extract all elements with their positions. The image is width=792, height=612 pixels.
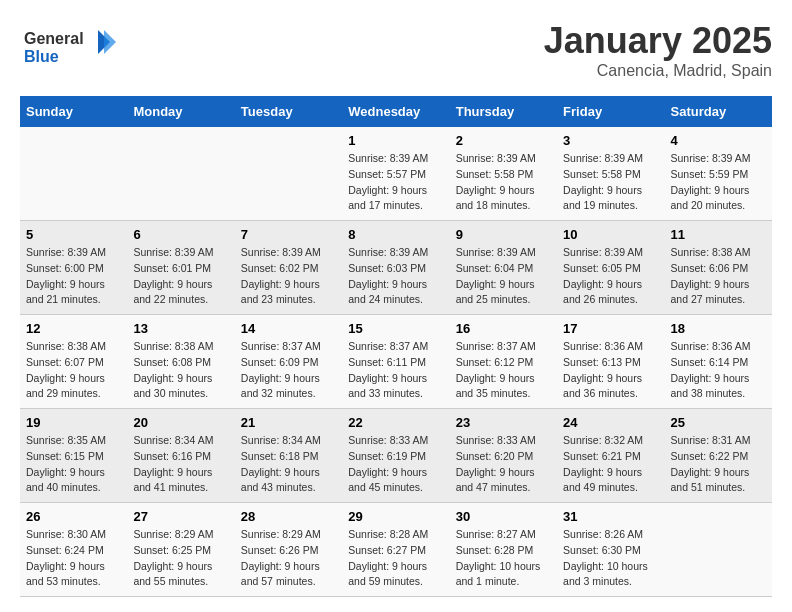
calendar-table: SundayMondayTuesdayWednesdayThursdayFrid… [20, 96, 772, 597]
day-detail: Sunrise: 8:36 AM Sunset: 6:13 PM Dayligh… [563, 339, 658, 402]
calendar-cell: 9Sunrise: 8:39 AM Sunset: 6:04 PM Daylig… [450, 221, 557, 315]
calendar-cell: 15Sunrise: 8:37 AM Sunset: 6:11 PM Dayli… [342, 315, 449, 409]
day-number: 10 [563, 227, 658, 242]
calendar-cell: 12Sunrise: 8:38 AM Sunset: 6:07 PM Dayli… [20, 315, 127, 409]
calendar-cell [127, 127, 234, 221]
calendar-cell: 19Sunrise: 8:35 AM Sunset: 6:15 PM Dayli… [20, 409, 127, 503]
svg-text:General: General [24, 30, 84, 47]
day-detail: Sunrise: 8:33 AM Sunset: 6:20 PM Dayligh… [456, 433, 551, 496]
weekday-header-monday: Monday [127, 96, 234, 127]
location-title: Canencia, Madrid, Spain [544, 62, 772, 80]
day-number: 31 [563, 509, 658, 524]
day-detail: Sunrise: 8:34 AM Sunset: 6:16 PM Dayligh… [133, 433, 228, 496]
day-detail: Sunrise: 8:39 AM Sunset: 5:58 PM Dayligh… [563, 151, 658, 214]
calendar-cell: 7Sunrise: 8:39 AM Sunset: 6:02 PM Daylig… [235, 221, 342, 315]
weekday-header-sunday: Sunday [20, 96, 127, 127]
day-detail: Sunrise: 8:39 AM Sunset: 6:01 PM Dayligh… [133, 245, 228, 308]
calendar-cell: 29Sunrise: 8:28 AM Sunset: 6:27 PM Dayli… [342, 503, 449, 597]
calendar-cell: 3Sunrise: 8:39 AM Sunset: 5:58 PM Daylig… [557, 127, 664, 221]
calendar-title-area: January 2025 Canencia, Madrid, Spain [544, 20, 772, 80]
calendar-cell: 22Sunrise: 8:33 AM Sunset: 6:19 PM Dayli… [342, 409, 449, 503]
day-detail: Sunrise: 8:30 AM Sunset: 6:24 PM Dayligh… [26, 527, 121, 590]
calendar-week-row: 19Sunrise: 8:35 AM Sunset: 6:15 PM Dayli… [20, 409, 772, 503]
calendar-cell: 23Sunrise: 8:33 AM Sunset: 6:20 PM Dayli… [450, 409, 557, 503]
day-detail: Sunrise: 8:26 AM Sunset: 6:30 PM Dayligh… [563, 527, 658, 590]
day-detail: Sunrise: 8:32 AM Sunset: 6:21 PM Dayligh… [563, 433, 658, 496]
day-detail: Sunrise: 8:39 AM Sunset: 6:05 PM Dayligh… [563, 245, 658, 308]
day-number: 20 [133, 415, 228, 430]
day-detail: Sunrise: 8:39 AM Sunset: 6:02 PM Dayligh… [241, 245, 336, 308]
weekday-header-friday: Friday [557, 96, 664, 127]
weekday-header-tuesday: Tuesday [235, 96, 342, 127]
day-detail: Sunrise: 8:39 AM Sunset: 6:03 PM Dayligh… [348, 245, 443, 308]
calendar-cell: 2Sunrise: 8:39 AM Sunset: 5:58 PM Daylig… [450, 127, 557, 221]
day-detail: Sunrise: 8:27 AM Sunset: 6:28 PM Dayligh… [456, 527, 551, 590]
month-title: January 2025 [544, 20, 772, 62]
calendar-cell: 25Sunrise: 8:31 AM Sunset: 6:22 PM Dayli… [665, 409, 772, 503]
day-number: 6 [133, 227, 228, 242]
day-number: 13 [133, 321, 228, 336]
day-number: 17 [563, 321, 658, 336]
day-number: 16 [456, 321, 551, 336]
calendar-cell: 24Sunrise: 8:32 AM Sunset: 6:21 PM Dayli… [557, 409, 664, 503]
calendar-week-row: 1Sunrise: 8:39 AM Sunset: 5:57 PM Daylig… [20, 127, 772, 221]
day-number: 21 [241, 415, 336, 430]
day-number: 14 [241, 321, 336, 336]
day-detail: Sunrise: 8:38 AM Sunset: 6:07 PM Dayligh… [26, 339, 121, 402]
day-number: 30 [456, 509, 551, 524]
day-number: 23 [456, 415, 551, 430]
day-detail: Sunrise: 8:38 AM Sunset: 6:08 PM Dayligh… [133, 339, 228, 402]
day-detail: Sunrise: 8:29 AM Sunset: 6:26 PM Dayligh… [241, 527, 336, 590]
day-number: 18 [671, 321, 766, 336]
calendar-cell: 28Sunrise: 8:29 AM Sunset: 6:26 PM Dayli… [235, 503, 342, 597]
day-number: 7 [241, 227, 336, 242]
calendar-cell [20, 127, 127, 221]
calendar-cell: 20Sunrise: 8:34 AM Sunset: 6:16 PM Dayli… [127, 409, 234, 503]
calendar-cell: 31Sunrise: 8:26 AM Sunset: 6:30 PM Dayli… [557, 503, 664, 597]
calendar-cell: 18Sunrise: 8:36 AM Sunset: 6:14 PM Dayli… [665, 315, 772, 409]
calendar-cell: 27Sunrise: 8:29 AM Sunset: 6:25 PM Dayli… [127, 503, 234, 597]
calendar-cell: 21Sunrise: 8:34 AM Sunset: 6:18 PM Dayli… [235, 409, 342, 503]
day-detail: Sunrise: 8:39 AM Sunset: 6:00 PM Dayligh… [26, 245, 121, 308]
calendar-cell: 13Sunrise: 8:38 AM Sunset: 6:08 PM Dayli… [127, 315, 234, 409]
day-number: 3 [563, 133, 658, 148]
day-number: 9 [456, 227, 551, 242]
day-number: 5 [26, 227, 121, 242]
calendar-cell: 17Sunrise: 8:36 AM Sunset: 6:13 PM Dayli… [557, 315, 664, 409]
day-detail: Sunrise: 8:39 AM Sunset: 5:58 PM Dayligh… [456, 151, 551, 214]
logo-icon: General Blue [20, 20, 120, 70]
day-detail: Sunrise: 8:39 AM Sunset: 5:59 PM Dayligh… [671, 151, 766, 214]
day-number: 22 [348, 415, 443, 430]
calendar-week-row: 26Sunrise: 8:30 AM Sunset: 6:24 PM Dayli… [20, 503, 772, 597]
day-detail: Sunrise: 8:35 AM Sunset: 6:15 PM Dayligh… [26, 433, 121, 496]
calendar-week-row: 12Sunrise: 8:38 AM Sunset: 6:07 PM Dayli… [20, 315, 772, 409]
day-number: 26 [26, 509, 121, 524]
day-detail: Sunrise: 8:37 AM Sunset: 6:09 PM Dayligh… [241, 339, 336, 402]
day-number: 12 [26, 321, 121, 336]
weekday-header-wednesday: Wednesday [342, 96, 449, 127]
calendar-cell: 11Sunrise: 8:38 AM Sunset: 6:06 PM Dayli… [665, 221, 772, 315]
day-number: 15 [348, 321, 443, 336]
day-detail: Sunrise: 8:37 AM Sunset: 6:11 PM Dayligh… [348, 339, 443, 402]
calendar-cell: 8Sunrise: 8:39 AM Sunset: 6:03 PM Daylig… [342, 221, 449, 315]
day-number: 4 [671, 133, 766, 148]
weekday-header-row: SundayMondayTuesdayWednesdayThursdayFrid… [20, 96, 772, 127]
day-detail: Sunrise: 8:28 AM Sunset: 6:27 PM Dayligh… [348, 527, 443, 590]
day-number: 1 [348, 133, 443, 148]
calendar-cell: 30Sunrise: 8:27 AM Sunset: 6:28 PM Dayli… [450, 503, 557, 597]
day-number: 2 [456, 133, 551, 148]
day-detail: Sunrise: 8:34 AM Sunset: 6:18 PM Dayligh… [241, 433, 336, 496]
logo-wordmark: General Blue [20, 20, 120, 74]
day-number: 24 [563, 415, 658, 430]
calendar-week-row: 5Sunrise: 8:39 AM Sunset: 6:00 PM Daylig… [20, 221, 772, 315]
day-number: 28 [241, 509, 336, 524]
calendar-cell: 14Sunrise: 8:37 AM Sunset: 6:09 PM Dayli… [235, 315, 342, 409]
weekday-header-thursday: Thursday [450, 96, 557, 127]
weekday-header-saturday: Saturday [665, 96, 772, 127]
calendar-cell: 1Sunrise: 8:39 AM Sunset: 5:57 PM Daylig… [342, 127, 449, 221]
page-header: General Blue January 2025 Canencia, Madr… [20, 20, 772, 80]
day-detail: Sunrise: 8:39 AM Sunset: 6:04 PM Dayligh… [456, 245, 551, 308]
day-number: 27 [133, 509, 228, 524]
day-detail: Sunrise: 8:36 AM Sunset: 6:14 PM Dayligh… [671, 339, 766, 402]
calendar-cell: 26Sunrise: 8:30 AM Sunset: 6:24 PM Dayli… [20, 503, 127, 597]
